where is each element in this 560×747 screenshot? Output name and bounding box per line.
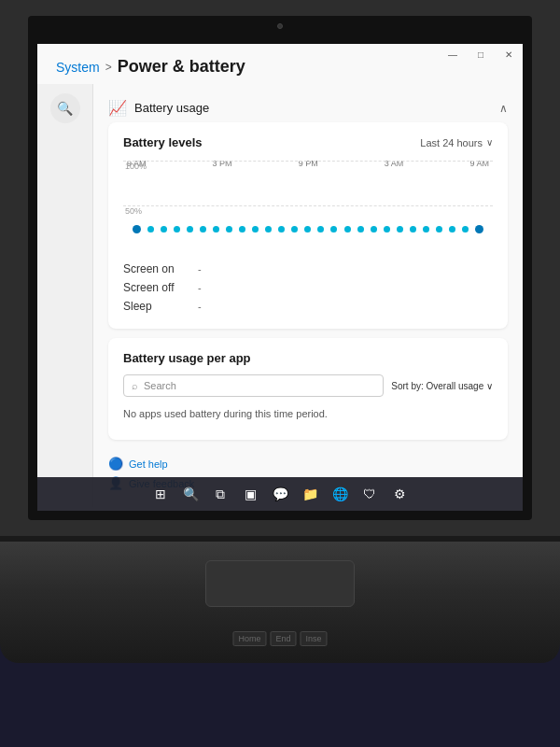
- breadcrumb-current: Power & battery: [118, 57, 245, 77]
- sort-by-control[interactable]: Sort by: Overall usage ∨: [391, 381, 493, 391]
- trackpad[interactable]: [205, 560, 355, 607]
- chart-dot: [278, 226, 285, 233]
- chart-dot: [410, 226, 416, 233]
- battery-per-app-title: Battery usage per app: [123, 351, 493, 365]
- chart-dot: [344, 226, 351, 233]
- battery-levels-title: Battery levels: [123, 135, 203, 149]
- battery-chart-icon: 📈: [108, 99, 127, 117]
- screen-on-label: Screen on: [123, 262, 198, 275]
- screen-on-row: Screen on -: [123, 260, 493, 278]
- breadcrumb-separator: >: [105, 61, 112, 74]
- battery-per-app-card: Battery usage per app ⌕ Search Sort by: …: [108, 338, 508, 440]
- chart-dot: [291, 226, 298, 233]
- sort-chevron-icon: ∨: [486, 381, 493, 391]
- chart-50-label: 50%: [125, 206, 142, 216]
- taskbar-teams-icon[interactable]: 💬: [270, 484, 290, 504]
- no-apps-message: No apps used battery during this time pe…: [123, 404, 493, 427]
- time-filter-button[interactable]: Last 24 hours ∨: [420, 137, 493, 148]
- chart-dot: [174, 226, 180, 233]
- app-search-icon: ⌕: [132, 380, 138, 391]
- taskbar-windows-icon[interactable]: ⊞: [150, 484, 171, 504]
- chart-dot: [252, 226, 259, 233]
- chart-dot: [462, 226, 469, 233]
- taskbar: ⊞ 🔍 ⧉ ▣ 💬 📁 🌐 🛡 ⚙: [37, 477, 523, 511]
- taskbar-settings-icon[interactable]: ⚙: [389, 484, 410, 504]
- battery-usage-section-header[interactable]: 📈 Battery usage ∧: [108, 93, 508, 122]
- time-filter-label: Last 24 hours: [420, 137, 483, 148]
- chart-dot: [265, 226, 272, 233]
- key-insert[interactable]: Inse: [301, 631, 328, 646]
- taskbar-taskview-icon[interactable]: ⧉: [210, 484, 231, 504]
- sleep-row: Sleep -: [123, 297, 493, 316]
- search-sort-row: ⌕ Search Sort by: Overall usage ∨: [123, 374, 493, 397]
- screen-on-value: -: [198, 263, 202, 275]
- sidebar: 🔍: [37, 84, 93, 507]
- sidebar-search-icon[interactable]: 🔍: [50, 93, 80, 123]
- chart-dots: [133, 225, 483, 233]
- keyboard-row: Home End Inse: [232, 631, 327, 646]
- minimize-button[interactable]: —: [439, 44, 467, 64]
- battery-chart: 100% 50%: [123, 159, 493, 252]
- chart-dot: [384, 226, 390, 233]
- app-search-box[interactable]: ⌕ Search: [123, 374, 384, 397]
- key-end[interactable]: End: [270, 631, 296, 646]
- battery-levels-card: Battery levels Last 24 hours ∨ 100%: [108, 122, 508, 329]
- chart-dot-last: [475, 225, 483, 233]
- screen-off-label: Screen off: [123, 281, 198, 294]
- restore-button[interactable]: □: [467, 44, 495, 64]
- chart-dot: [330, 226, 337, 233]
- main-content: 📈 Battery usage ∧ Battery levels Last 24…: [93, 84, 523, 507]
- taskbar-files-icon[interactable]: 📁: [300, 484, 320, 504]
- breadcrumb-system[interactable]: System: [56, 60, 100, 75]
- battery-usage-title: Battery usage: [134, 101, 209, 115]
- screen-off-value: -: [198, 282, 202, 293]
- screen-off-row: Screen off -: [123, 278, 493, 297]
- get-help-icon: 🔵: [108, 457, 123, 471]
- taskbar-edge-icon[interactable]: 🌐: [329, 484, 350, 504]
- time-filter-chevron-icon: ∨: [486, 137, 493, 148]
- sleep-label: Sleep: [123, 300, 198, 313]
- close-button[interactable]: ✕: [495, 44, 523, 64]
- taskbar-search-icon[interactable]: 🔍: [180, 484, 201, 504]
- breadcrumb: System > Power & battery: [56, 57, 504, 77]
- taskbar-widgets-icon[interactable]: ▣: [240, 484, 260, 504]
- chart-dot: [161, 226, 167, 233]
- chart-dot: [200, 226, 206, 233]
- chart-dot: [304, 226, 311, 233]
- sleep-value: -: [198, 301, 202, 312]
- chart-dot: [133, 225, 141, 233]
- chart-dot: [147, 226, 154, 233]
- chart-100-label: 100%: [125, 162, 147, 171]
- battery-usage-chevron: ∧: [499, 102, 508, 115]
- chart-dot: [449, 226, 455, 233]
- chart-dot: [397, 226, 403, 233]
- key-home[interactable]: Home: [232, 631, 266, 646]
- chart-dot: [357, 226, 364, 233]
- get-help-link[interactable]: 🔵 Get help: [108, 457, 508, 471]
- chart-dot: [226, 226, 232, 233]
- chart-dot: [239, 226, 245, 233]
- chart-100-line: 100%: [123, 161, 493, 171]
- get-help-label: Get help: [129, 458, 168, 470]
- app-search-placeholder: Search: [144, 380, 176, 391]
- battery-info-rows: Screen on - Screen off - Sleep -: [123, 260, 493, 316]
- chart-dot: [436, 226, 442, 233]
- taskbar-security-icon[interactable]: 🛡: [359, 484, 380, 504]
- chart-dot: [371, 226, 377, 233]
- chart-dot: [213, 226, 219, 233]
- chart-dot: [317, 226, 324, 233]
- chart-50-line: 50%: [123, 205, 493, 216]
- chart-dot: [423, 226, 429, 233]
- laptop-bottom: Home End Inse: [0, 542, 560, 663]
- chart-dot: [187, 226, 193, 233]
- sort-label: Sort by: Overall usage: [391, 381, 483, 391]
